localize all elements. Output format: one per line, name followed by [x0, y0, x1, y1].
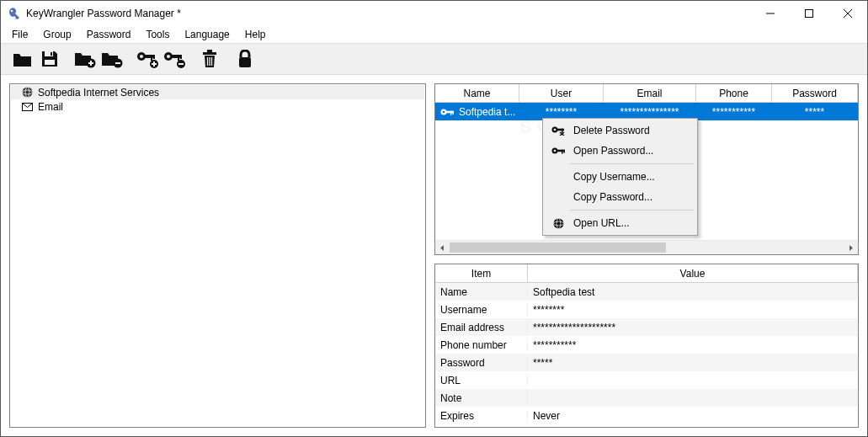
globe-icon: [550, 218, 567, 229]
scroll-thumb[interactable]: [450, 242, 666, 253]
titlebar: KeyWrangler Password Manager *: [1, 1, 867, 26]
detail-row-expires: ExpiresNever: [435, 407, 858, 424]
envelope-icon: [21, 101, 33, 113]
ctx-delete-password[interactable]: Delete Password: [545, 120, 695, 141]
menu-file[interactable]: File: [4, 27, 35, 42]
svg-rect-6: [51, 52, 52, 56]
tree-item-email[interactable]: Email: [11, 99, 424, 114]
ctx-separator: [570, 210, 694, 211]
globe-icon: [21, 87, 33, 99]
ctx-label: Delete Password: [573, 125, 650, 136]
svg-point-54: [553, 218, 563, 228]
menu-group[interactable]: Group: [35, 27, 78, 42]
column-header-user[interactable]: User: [519, 84, 604, 102]
window-controls: [751, 1, 867, 26]
svg-rect-42: [453, 110, 455, 114]
detail-row-email: Email address*********************: [435, 318, 858, 336]
remove-group-button[interactable]: [99, 45, 125, 72]
details-panel: Item Value NameSoftpedia test Username**…: [434, 264, 859, 428]
details-header-value[interactable]: Value: [528, 264, 858, 282]
group-tree-panel: Softpedia Internet Services Email: [9, 83, 426, 428]
svg-rect-53: [564, 150, 566, 153]
minimize-button[interactable]: [751, 1, 790, 26]
window-title: KeyWrangler Password Manager *: [26, 8, 751, 19]
svg-rect-7: [45, 60, 55, 65]
svg-rect-15: [144, 55, 154, 58]
svg-rect-45: [556, 129, 564, 131]
tree-item-label: Email: [38, 101, 63, 113]
ctx-open-password[interactable]: Open Password...: [545, 141, 695, 161]
tree-item-internet-services[interactable]: Softpedia Internet Services: [11, 85, 424, 99]
ctx-label: Open Password...: [573, 145, 653, 157]
add-group-button[interactable]: [72, 45, 99, 72]
column-header-phone[interactable]: Phone: [696, 84, 772, 102]
detail-row-note: Note: [435, 389, 858, 407]
menu-help[interactable]: Help: [237, 27, 274, 42]
close-button[interactable]: [828, 1, 867, 26]
maximize-button[interactable]: [790, 1, 828, 26]
detail-row-username: Username********: [435, 301, 858, 318]
svg-point-50: [554, 150, 556, 152]
svg-point-22: [167, 55, 170, 58]
ctx-open-url[interactable]: Open URL...: [545, 213, 695, 233]
details-header: Item Value: [435, 264, 858, 283]
menu-language[interactable]: Language: [177, 27, 237, 42]
detail-row-phone: Phone number***********: [435, 336, 858, 354]
svg-rect-29: [207, 50, 212, 52]
ctx-label: Copy Password...: [573, 191, 652, 203]
ctx-label: Open URL...: [573, 217, 630, 229]
svg-rect-40: [445, 110, 453, 113]
column-header-email[interactable]: Email: [604, 84, 696, 102]
svg-rect-2: [806, 10, 813, 18]
scroll-left-button[interactable]: [435, 241, 450, 254]
save-button[interactable]: [36, 45, 63, 72]
svg-rect-25: [180, 55, 182, 59]
open-file-button[interactable]: [9, 45, 36, 72]
ctx-separator: [570, 163, 694, 164]
svg-rect-17: [153, 55, 155, 59]
list-header: Name User Email Phone Password: [435, 84, 858, 103]
svg-rect-28: [203, 52, 216, 55]
key-delete-icon: [550, 125, 567, 136]
tree-item-label: Softpedia Internet Services: [38, 87, 159, 99]
horizontal-scrollbar[interactable]: [435, 240, 858, 254]
svg-rect-51: [556, 150, 564, 152]
cell-password: *****: [772, 103, 858, 120]
scroll-right-button[interactable]: [844, 241, 858, 254]
ctx-copy-password[interactable]: Copy Password...: [545, 187, 695, 207]
delete-button[interactable]: [196, 45, 223, 72]
svg-rect-33: [239, 57, 251, 67]
add-password-button[interactable]: [134, 45, 161, 72]
cell-name: Softpedia t...: [459, 106, 515, 118]
lock-button[interactable]: [232, 45, 258, 72]
detail-row-password: Password*****: [435, 354, 858, 371]
right-column: Name User Email Phone Password Softpedia…: [434, 83, 859, 428]
detail-row-url: URL: [435, 371, 858, 389]
svg-rect-16: [151, 55, 152, 61]
toolbar: [1, 43, 867, 75]
details-header-item[interactable]: Item: [435, 264, 528, 282]
detail-row-name: NameSoftpedia test: [435, 283, 858, 301]
menu-tools[interactable]: Tools: [138, 27, 177, 42]
key-icon: [440, 108, 454, 116]
key-icon: [550, 147, 567, 155]
app-window: KeyWrangler Password Manager * File Grou…: [0, 0, 868, 437]
column-header-name[interactable]: Name: [435, 84, 519, 102]
content-area: Softpedia Internet Services Email Name U…: [1, 75, 867, 436]
scroll-track[interactable]: [450, 241, 844, 254]
cell-phone: ***********: [696, 103, 772, 120]
context-menu: Delete Password Open Password... Copy Us…: [542, 118, 698, 236]
svg-rect-24: [178, 55, 179, 61]
svg-point-14: [140, 55, 143, 58]
svg-point-0: [11, 10, 13, 13]
svg-point-44: [554, 129, 556, 131]
menu-password[interactable]: Password: [79, 27, 139, 42]
ctx-copy-username[interactable]: Copy Username...: [545, 167, 695, 187]
column-header-password[interactable]: Password: [772, 84, 858, 102]
remove-password-button[interactable]: [161, 45, 188, 72]
app-icon: [8, 7, 21, 20]
menubar: File Group Password Tools Language Help: [1, 26, 867, 43]
svg-rect-41: [450, 110, 452, 115]
svg-point-34: [22, 88, 32, 98]
svg-rect-52: [562, 150, 563, 154]
